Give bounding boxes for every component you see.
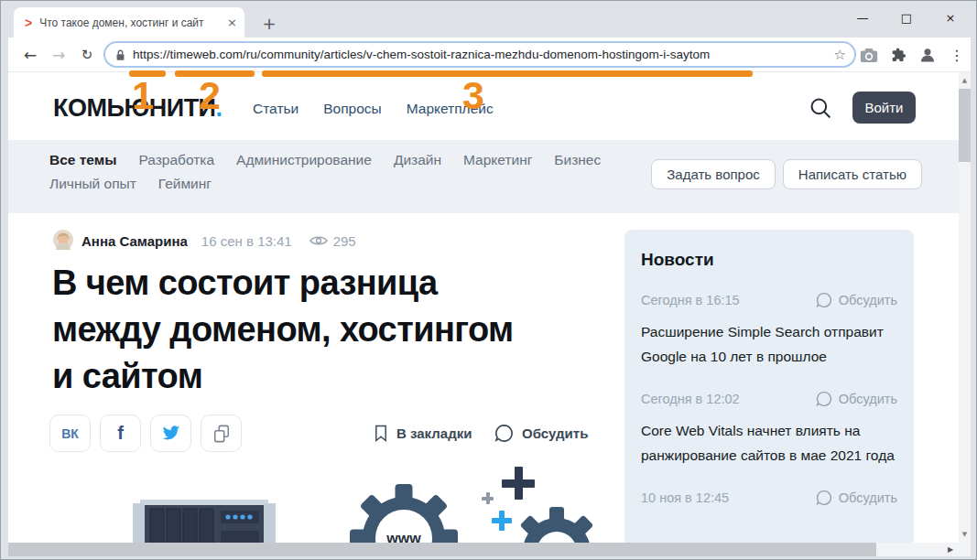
back-icon[interactable]: ← [19,44,41,66]
plus-decoration-blue [492,511,512,531]
write-article-button[interactable]: Написать статью [783,159,922,189]
camera-extension-icon[interactable] [858,44,880,66]
bookmark-label: В закладки [396,425,472,441]
profile-avatar-icon[interactable] [917,44,939,66]
news-item-meta: 10 ноя в 12:45 Обсудить [641,490,897,506]
discuss-bubble-icon [816,391,832,407]
browser-menu-icon[interactable]: ⋮ [946,44,968,66]
discuss-article-button[interactable]: Обсудить [494,422,588,444]
discuss-label: Обсудить [522,425,588,441]
share-facebook-button[interactable]: f [100,415,141,452]
ask-question-button[interactable]: Задать вопрос [651,159,775,189]
add-bookmark-button[interactable]: В закладки [374,422,472,444]
nav-item-questions[interactable]: Вопросы [323,101,381,117]
news-sidebar: Новости Сегодня в 16:15 Обсудить Расшире… [624,230,914,543]
copy-icon [212,424,231,444]
scroll-right-icon[interactable]: ▶ [943,543,958,556]
horizontal-scrollbar[interactable]: ▶ [8,543,971,556]
bookmark-star-icon[interactable]: ☆ [834,47,846,63]
category-bar: Все темы Разработка Администрирование Ди… [8,140,959,213]
category-business[interactable]: Бизнес [554,152,601,168]
vertical-scroll-thumb[interactable] [959,89,971,162]
annotation-underline-path [262,70,753,77]
browser-tab[interactable]: > Что такое домен, хостинг и сайт × [14,7,244,38]
article-title-line-3: и сайтом [52,353,514,400]
scroll-down-icon[interactable]: ▼ [959,526,971,543]
news-date: Сегодня в 16:15 [641,293,740,307]
views-eye-icon [309,234,328,247]
horizontal-scroll-thumb[interactable] [8,543,876,556]
close-button[interactable]: × [928,1,972,34]
www-gear-illustration: www [349,483,459,543]
category-all-topics[interactable]: Все темы [49,152,116,168]
category-design[interactable]: Дизайн [394,152,441,168]
tab-title: Что такое домен, хостинг и сайт [39,16,222,29]
views-count: 295 [333,233,356,249]
category-gaming[interactable]: Гейминг [158,176,212,192]
news-date: 10 ноя в 12:45 [641,490,729,505]
category-row-1: Все темы Разработка Администрирование Ди… [49,152,601,168]
category-row-2: Личный опыт Гейминг [49,176,212,192]
copy-link-button[interactable] [201,415,242,452]
news-item-title[interactable]: Core Web Vitals начнет влиять на ранжиро… [641,418,899,468]
article-title: В чем состоит разница между доменом, хос… [52,260,514,400]
article-meta: Анна Самарина 16 сен в 13:41 295 [53,230,356,252]
category-personal-experience[interactable]: Личный опыт [49,176,136,192]
plus-decoration-small [482,492,494,504]
discuss-bubble-icon [816,292,832,308]
category-development[interactable]: Разработка [138,152,214,168]
discuss-bubble-icon [816,490,832,506]
article-date: 16 сен в 13:41 [201,233,292,249]
article-title-line-2: между доменом, хостингом [52,307,514,353]
mail-gear-illustration [511,506,602,543]
scroll-up-icon[interactable]: ▲ [959,72,971,89]
extensions-puzzle-icon[interactable] [887,44,909,66]
article-title-line-1: В чем состоит разница [52,260,514,307]
author-avatar[interactable] [53,230,73,253]
share-vk-button[interactable]: ВК [49,415,91,452]
login-button[interactable]: Войти [852,92,916,124]
nav-item-articles[interactable]: Статьи [253,101,299,117]
category-administration[interactable]: Администрирование [236,152,372,168]
maximize-button[interactable]: □ [885,1,928,34]
twitter-bird-icon [161,425,180,441]
news-discuss-button[interactable]: Обсудить [816,292,897,308]
news-discuss-button[interactable]: Обсудить [816,490,897,506]
discuss-bubble-icon [494,424,514,443]
news-item-meta: Сегодня в 12:02 Обсудить [641,391,897,407]
tab-close-icon[interactable]: × [227,16,237,29]
news-item-meta: Сегодня в 16:15 Обсудить [641,292,897,308]
annotation-label-1: 1 [132,76,154,115]
category-actions: Задать вопрос Написать статью [651,159,922,189]
category-marketing[interactable]: Маркетинг [463,152,532,168]
forward-icon[interactable]: → [48,44,70,66]
lock-icon [115,48,125,61]
reload-icon[interactable]: ↻ [76,44,98,66]
plus-decoration-large [502,467,535,500]
news-discuss-label: Обсудить [839,490,897,505]
facebook-icon: f [117,423,124,444]
author-name[interactable]: Анна Самарина [81,233,188,249]
window-controls: — □ × [841,1,972,34]
news-discuss-label: Обсудить [839,392,897,406]
browser-toolbar: ← → ↻ https://timeweb.com/ru/community/a… [8,38,971,72]
news-discuss-button[interactable]: Обсудить [816,391,897,407]
news-discuss-label: Обсудить [839,293,897,307]
web-page: КОМЬЮНИТИ. Статьи Вопросы Маркетплейс Во… [8,72,959,543]
search-icon[interactable] [809,96,832,120]
annotation-label-3: 3 [462,76,484,115]
main-nav: Статьи Вопросы Маркетплейс [253,101,494,117]
news-item-title[interactable]: Расширение Simple Search отправит Google… [641,319,899,369]
minimize-button[interactable]: — [841,1,885,34]
news-date: Сегодня в 12:02 [641,392,740,406]
screenshot-root: > Что такое домен, хостинг и сайт × + — … [0,0,977,560]
www-label: www [385,531,421,543]
new-tab-button[interactable]: + [257,11,281,35]
server-illustration [133,500,276,543]
share-twitter-button[interactable] [150,415,191,452]
news-title: Новости [641,250,897,270]
vertical-scrollbar[interactable]: ▲ ▼ [959,72,971,543]
address-bar[interactable]: https://timeweb.com/ru/community/article… [103,41,856,68]
url-text: https://timeweb.com/ru/community/article… [133,48,710,61]
timeweb-favicon-icon: > [25,16,32,30]
